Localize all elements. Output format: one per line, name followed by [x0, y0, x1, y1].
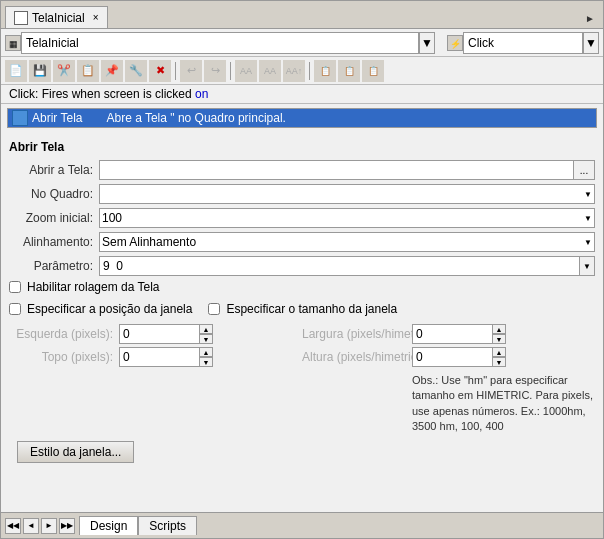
tab-label: TelaInicial — [32, 11, 85, 25]
nav-last-btn[interactable]: ▶▶ — [59, 518, 75, 534]
alinhamento-arrow: ▼ — [584, 238, 592, 247]
new-btn[interactable]: 📄 — [5, 60, 27, 82]
habilitar-rolagem-checkbox[interactable] — [9, 281, 21, 293]
parametro-field-group: ▼ — [99, 256, 595, 276]
alinhamento-select[interactable]: Sem Alinhamento ▼ — [99, 232, 595, 252]
esquerda-label: Esquerda (pixels): — [9, 327, 119, 341]
estilo-btn[interactable]: Estilo da janela... — [17, 441, 134, 463]
event-dropdown-arrow[interactable]: ▼ — [583, 32, 599, 54]
esquerda-spinner-btns: ▲ ▼ — [199, 324, 213, 344]
topo-down-btn[interactable]: ▼ — [199, 357, 213, 367]
zoom-label: Zoom inicial: — [9, 211, 99, 225]
esquerda-up-btn[interactable]: ▲ — [199, 324, 213, 334]
nav-next-btn[interactable]: ► — [41, 518, 57, 534]
screen-icon: ▦ — [5, 35, 21, 51]
no-quadro-row: No Quadro: ▼ — [9, 184, 595, 204]
toolbar-separator-2 — [230, 62, 231, 80]
tab-scripts[interactable]: Scripts — [138, 516, 197, 535]
especificar-row: Especificar a posição da janela Especifi… — [9, 298, 595, 320]
esquerda-input[interactable] — [119, 324, 199, 344]
topo-label: Topo (pixels): — [9, 350, 119, 364]
especificar-tam-checkbox[interactable] — [208, 303, 220, 315]
btn-extra1[interactable]: 📋 — [314, 60, 336, 82]
action-item-label: Abrir Tela — [32, 111, 82, 125]
altura-label: Altura (pixels/himetric): — [302, 350, 412, 364]
especificar-pos-checkbox[interactable] — [9, 303, 21, 315]
paste-btn[interactable]: 📌 — [101, 60, 123, 82]
altura-spinner: ▲ ▼ — [412, 347, 506, 367]
event-dropdown[interactable]: Click — [463, 32, 583, 54]
tab-design[interactable]: Design — [79, 516, 138, 535]
top-toolbar: ▦ TelaInicial ▼ ⚡ Click ▼ — [1, 29, 603, 57]
screen-dropdown-arrow[interactable]: ▼ — [419, 32, 435, 54]
no-quadro-arrow: ▼ — [584, 190, 592, 199]
esquerda-row: Esquerda (pixels): ▲ ▼ — [9, 324, 302, 344]
save-btn[interactable]: 💾 — [29, 60, 51, 82]
topo-up-btn[interactable]: ▲ — [199, 347, 213, 357]
action-item-description: Abre a Tela " no Quadro principal. — [106, 111, 285, 125]
largura-label: Largura (pixels/himetric): — [302, 327, 412, 341]
largura-spinner: ▲ ▼ — [412, 324, 506, 344]
btn-aa1[interactable]: AA — [235, 60, 257, 82]
parametro-input[interactable] — [99, 256, 579, 276]
zoom-arrow: ▼ — [584, 214, 592, 223]
delete-btn[interactable]: ✖ — [149, 60, 171, 82]
event-info-bar: Click: Fires when screen is clicked on — [1, 85, 603, 104]
altura-input[interactable] — [412, 347, 492, 367]
topo-input[interactable] — [119, 347, 199, 367]
habilitar-rolagem-row: Habilitar rolagem da Tela — [9, 280, 595, 294]
abrir-tela-label: Abrir a Tela: — [9, 163, 99, 177]
nav-prev-btn[interactable]: ◄ — [23, 518, 39, 534]
toolbar-separator-1 — [175, 62, 176, 80]
copy-btn[interactable]: 📋 — [77, 60, 99, 82]
event-text-prefix: Click: Fires when screen is clicked — [9, 87, 195, 101]
cut-btn[interactable]: ✂️ — [53, 60, 75, 82]
nav-first-btn[interactable]: ◀◀ — [5, 518, 21, 534]
tab-close-btn[interactable]: × — [93, 12, 99, 23]
esquerda-down-btn[interactable]: ▼ — [199, 334, 213, 344]
zoom-select[interactable]: 100 ▼ — [99, 208, 595, 228]
parametro-dropdown-btn[interactable]: ▼ — [579, 256, 595, 276]
screen-dropdown[interactable]: TelaInicial — [21, 32, 419, 54]
largura-input[interactable] — [412, 324, 492, 344]
main-window: TelaInicial × ► ▦ TelaInicial ▼ ⚡ Click … — [0, 0, 604, 539]
btn-extra3[interactable]: 📋 — [362, 60, 384, 82]
parametro-row: Parâmetro: ▼ — [9, 256, 595, 276]
obs-text: Obs.: Use "hm" para especificar tamanho … — [412, 373, 595, 435]
two-col-section: Esquerda (pixels): ▲ ▼ Topo (pixels): — [9, 324, 595, 435]
alinhamento-row: Alinhamento: Sem Alinhamento ▼ — [9, 232, 595, 252]
event-text-highlight: on — [195, 87, 208, 101]
main-tab[interactable]: TelaInicial × — [5, 6, 108, 28]
largura-up-btn[interactable]: ▲ — [492, 324, 506, 334]
tab-overflow-arrow[interactable]: ► — [581, 9, 599, 28]
undo-btn[interactable]: ↩ — [180, 60, 202, 82]
zoom-row: Zoom inicial: 100 ▼ — [9, 208, 595, 228]
no-quadro-label: No Quadro: — [9, 187, 99, 201]
altura-spinner-btns: ▲ ▼ — [492, 347, 506, 367]
no-quadro-select[interactable]: ▼ — [99, 184, 595, 204]
topo-row: Topo (pixels): ▲ ▼ — [9, 347, 302, 367]
btn-aa3[interactable]: AA↑ — [283, 60, 305, 82]
abrir-tela-input[interactable] — [99, 160, 573, 180]
action-item-abrir-tela[interactable]: Abrir Tela Abre a Tela " no Quadro princ… — [8, 109, 596, 127]
event-icon: ⚡ — [447, 35, 463, 51]
altura-down-btn[interactable]: ▼ — [492, 357, 506, 367]
esquerda-spinner: ▲ ▼ — [119, 324, 213, 344]
altura-up-btn[interactable]: ▲ — [492, 347, 506, 357]
alinhamento-label: Alinhamento: — [9, 235, 99, 249]
btn-extra2[interactable]: 📋 — [338, 60, 360, 82]
largura-row: Largura (pixels/himetric): ▲ ▼ — [302, 324, 595, 344]
abrir-tela-browse-btn[interactable]: ... — [573, 160, 595, 180]
redo-btn[interactable]: ↪ — [204, 60, 226, 82]
settings-btn[interactable]: 🔧 — [125, 60, 147, 82]
abrir-tela-field-group: ... — [99, 160, 595, 180]
section-title: Abrir Tela — [9, 140, 595, 154]
col-right: Largura (pixels/himetric): ▲ ▼ Altura (p… — [302, 324, 595, 435]
col-left: Esquerda (pixels): ▲ ▼ Topo (pixels): — [9, 324, 302, 435]
largura-down-btn[interactable]: ▼ — [492, 334, 506, 344]
btn-aa2[interactable]: AA — [259, 60, 281, 82]
especificar-pos-label: Especificar a posição da janela — [27, 302, 192, 316]
topo-spinner-btns: ▲ ▼ — [199, 347, 213, 367]
especificar-tam-label: Especificar o tamanho da janela — [226, 302, 397, 316]
habilitar-rolagem-label: Habilitar rolagem da Tela — [27, 280, 160, 294]
